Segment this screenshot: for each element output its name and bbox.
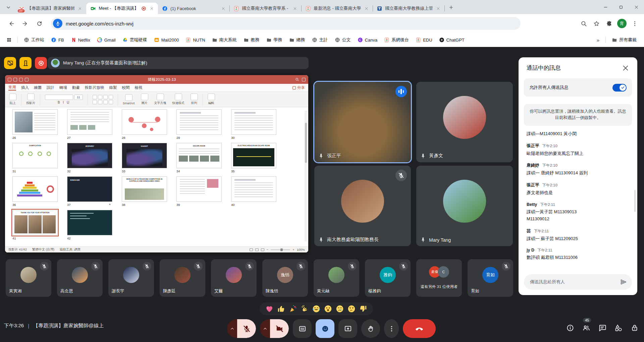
browser-tab-5[interactable]: 最新消息 - 國立臺南大學教 bbox=[301, 3, 373, 14]
ribbon-edit-button[interactable]: 編輯 bbox=[206, 94, 216, 105]
ppt-redo-icon[interactable] bbox=[25, 78, 29, 81]
allow-messages-toggle[interactable] bbox=[612, 84, 627, 92]
ppt-save-icon[interactable] bbox=[13, 78, 17, 81]
thumbs-down-reaction[interactable] bbox=[359, 304, 368, 313]
ppt-normal-view-icon[interactable] bbox=[250, 248, 253, 251]
tab-search-icon[interactable] bbox=[3, 2, 13, 12]
back-button[interactable] bbox=[5, 18, 17, 29]
strip-tile-7[interactable]: 黃元融 bbox=[314, 259, 359, 297]
ppt-menu-tab-10[interactable]: 檢視 bbox=[135, 85, 143, 90]
slide-29-thumb[interactable] bbox=[176, 109, 222, 135]
ribbon-textbox-button[interactable]: 文字方塊 bbox=[153, 94, 168, 105]
shared-screen-powerpoint[interactable]: 簡報2025-03-13 常用插入繪圖設計轉場動畫投影片放映錄製校閱檢視 分享 … bbox=[5, 75, 308, 252]
bookmark-item-14[interactable]: Canva bbox=[355, 36, 380, 44]
more-options-button[interactable] bbox=[384, 319, 399, 338]
bookmark-item-7[interactable]: NUTN bbox=[183, 36, 208, 44]
tab-close-icon[interactable] bbox=[364, 6, 369, 11]
bookmark-item-12[interactable]: 主計 bbox=[309, 36, 331, 44]
ppt-menu-tab-6[interactable]: 動畫 bbox=[72, 85, 80, 90]
exit-annotation-button[interactable] bbox=[19, 57, 32, 69]
video-tile-2[interactable]: 黃彥文 bbox=[416, 82, 513, 162]
camera-off-button[interactable] bbox=[270, 319, 289, 338]
slide-30-thumb[interactable] bbox=[231, 109, 276, 135]
chat-message-input[interactable]: 傳送訊息給所有人 bbox=[524, 274, 632, 290]
tab-close-icon[interactable] bbox=[149, 6, 155, 11]
ppt-sorter-view-icon[interactable] bbox=[255, 248, 259, 251]
slide-38-thumb[interactable]: WORLD CUP ULTRASOUND COMPETITION IN AUST… bbox=[122, 176, 167, 202]
chat-icon[interactable] bbox=[598, 324, 606, 332]
bookmark-item-8[interactable]: 南大系統 bbox=[209, 36, 239, 44]
extensions-icon[interactable] bbox=[604, 18, 614, 29]
recording-indicator-button[interactable] bbox=[35, 57, 47, 69]
ppt-search-icon[interactable] bbox=[295, 77, 299, 81]
send-message-icon[interactable] bbox=[620, 278, 627, 286]
end-call-button[interactable] bbox=[403, 319, 436, 338]
clapping-hands-reaction[interactable] bbox=[300, 304, 309, 313]
slide-thumbnail-32[interactable]: JEOPARDY32 bbox=[67, 143, 112, 173]
slide-thumbnail-34[interactable]: ESCAPE ROOM34 bbox=[176, 143, 222, 173]
slide-36-thumb[interactable] bbox=[12, 176, 58, 202]
ppt-view-icon[interactable] bbox=[8, 78, 11, 81]
slide-28-thumb[interactable] bbox=[122, 109, 167, 135]
ribbon-picture-button[interactable]: 圖片 bbox=[140, 94, 150, 105]
site-permission-mic-icon[interactable] bbox=[53, 19, 62, 28]
ppt-menu-tab-5[interactable]: 轉場 bbox=[59, 85, 67, 90]
slide-26-thumb[interactable] bbox=[12, 109, 58, 135]
bookmark-star-icon[interactable] bbox=[591, 18, 602, 29]
bookmark-item-2[interactable]: FB bbox=[48, 36, 67, 44]
ribbon-slides-group[interactable]: 投影片 bbox=[25, 94, 37, 105]
slide-thumbnail-28[interactable]: 28 bbox=[122, 109, 167, 139]
minimize-button[interactable] bbox=[598, 0, 613, 14]
bookmarks-overflow-chevron[interactable]: » bbox=[594, 37, 602, 43]
camera-options-chevron[interactable] bbox=[260, 319, 270, 338]
present-button[interactable] bbox=[338, 319, 357, 338]
strip-tile-3[interactable]: 謝長宇 bbox=[108, 259, 154, 297]
slide-thumbnail-40[interactable]: 40 bbox=[231, 176, 276, 207]
bookmark-item-11[interactable]: 總務 bbox=[286, 36, 308, 44]
bookmark-item-1[interactable]: 工作站 bbox=[21, 36, 47, 44]
apps-grid-icon[interactable] bbox=[5, 36, 13, 44]
reactions-button[interactable] bbox=[316, 319, 334, 338]
slide-37-thumb[interactable]: SONOGAME bbox=[67, 176, 112, 202]
ppt-window-icon[interactable] bbox=[302, 78, 306, 81]
slide-33-thumb[interactable]: KAHOOT bbox=[122, 143, 167, 168]
meeting-details-icon[interactable] bbox=[566, 324, 574, 332]
tab-close-icon[interactable] bbox=[220, 6, 226, 11]
strip-tile-10[interactable]: 育如育如 bbox=[468, 259, 513, 297]
bookmark-item-4[interactable]: Gmail bbox=[94, 36, 118, 44]
bookmark-item-13[interactable]: 公文 bbox=[332, 36, 354, 44]
ppt-scrollbar[interactable] bbox=[305, 111, 307, 241]
video-tile-3[interactable]: 南大教務處歐陽誾教務長 bbox=[314, 166, 411, 246]
party-popper-reaction[interactable] bbox=[288, 304, 297, 313]
profile-avatar[interactable]: 育 bbox=[616, 18, 627, 29]
bookmark-item-3[interactable]: Netflix bbox=[68, 36, 93, 44]
browser-tab-1[interactable]: 100+【專題演講】唐家婉醫師@ bbox=[15, 3, 86, 14]
all-bookmarks-folder[interactable]: 所有書籤 bbox=[609, 36, 639, 44]
address-bar[interactable]: meet.google.com/ecs-inzh-wvj bbox=[51, 17, 521, 30]
slide-thumbnail-26[interactable]: 26 bbox=[12, 109, 58, 139]
new-tab-button[interactable] bbox=[446, 3, 456, 12]
browser-tab-3[interactable]: (1) Facebook bbox=[158, 3, 229, 14]
thinking-reaction[interactable] bbox=[347, 304, 356, 313]
slide-thumbnail-31[interactable]: GAMIFICATION31 bbox=[12, 143, 58, 173]
tab-close-icon[interactable] bbox=[77, 6, 83, 11]
slide-thumbnail-29[interactable]: 29 bbox=[176, 109, 222, 139]
joy-reaction[interactable] bbox=[312, 304, 321, 313]
slide-thumbnail-37[interactable]: SONOGAME37★ bbox=[67, 176, 112, 207]
slide-40-thumb[interactable] bbox=[231, 176, 276, 202]
strip-tile-8[interactable]: 雅鈞楊雅鈞 bbox=[365, 259, 411, 297]
slide-42-thumb[interactable] bbox=[67, 210, 112, 235]
slide-34-thumb[interactable]: ESCAPE ROOM bbox=[176, 143, 222, 168]
close-window-button[interactable] bbox=[629, 0, 644, 14]
slide-thumbnail-39[interactable]: 39 bbox=[176, 176, 222, 207]
ppt-zoom-slider[interactable] bbox=[271, 249, 290, 250]
tab-close-icon[interactable] bbox=[292, 6, 298, 11]
forward-button[interactable] bbox=[19, 18, 31, 29]
ppt-menu-tab-8[interactable]: 錄製 bbox=[109, 85, 117, 90]
ppt-share-button[interactable]: 分享 bbox=[292, 85, 305, 90]
ribbon-smartart-button[interactable]: SmartArt bbox=[121, 94, 136, 105]
strip-tile-1[interactable]: 黃寅湘 bbox=[6, 259, 51, 297]
reload-button[interactable] bbox=[34, 18, 45, 29]
slide-39-thumb[interactable] bbox=[176, 176, 222, 202]
browser-tab-4[interactable]: 國立臺南大學教育學系 - N bbox=[229, 3, 301, 14]
